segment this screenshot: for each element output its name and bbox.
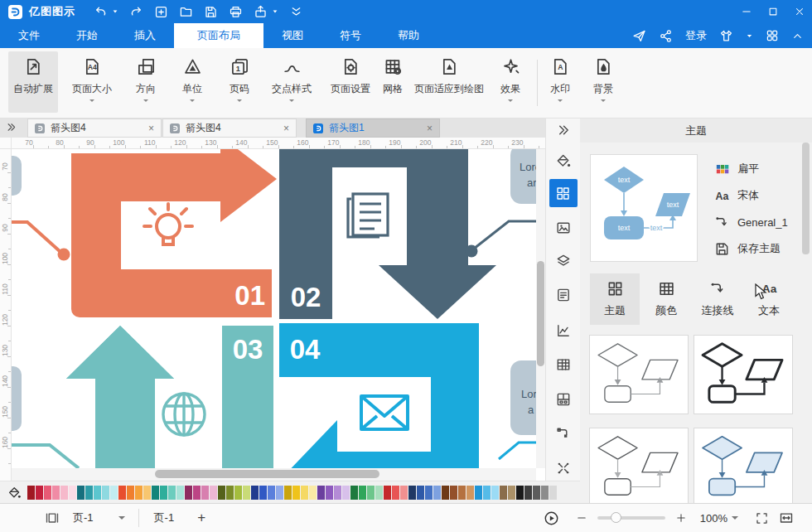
color-swatch[interactable] [36,486,43,500]
color-swatch[interactable] [475,486,482,500]
step3-shape[interactable]: 03 [66,326,273,468]
color-swatch[interactable] [152,486,159,500]
color-swatch[interactable] [516,486,524,500]
hscroll-thumb[interactable] [155,470,379,478]
close-tab-icon[interactable]: × [148,123,154,134]
undo-caret-icon[interactable] [112,8,118,15]
panel-tab-连接线[interactable]: 连接线 [693,273,742,325]
tshirt-icon[interactable] [719,29,733,43]
canvas-vertical-scrollbar[interactable] [536,149,545,468]
color-swatch[interactable] [94,486,101,500]
close-tab-icon[interactable]: × [427,123,433,134]
panel-tab-文本[interactable]: Aa文本 [744,273,794,325]
callout-line-orange[interactable] [12,222,70,261]
theme-option-connector-theme[interactable]: General_1 [714,213,788,231]
color-swatch[interactable] [508,486,515,500]
save-icon[interactable] [204,5,218,19]
document-tab-3[interactable]: 箭头图1× [306,118,440,138]
layers-icon[interactable] [555,254,571,269]
ribbon-button-fit-page-to-drawing[interactable]: 页面适应到绘图 [408,51,491,113]
color-swatch[interactable] [326,486,333,500]
login-button[interactable]: 登录 [685,28,707,43]
color-swatch[interactable] [384,486,391,500]
note-box-right-bottom[interactable]: Lor a [510,360,536,435]
theme-thumbnail-2[interactable] [694,335,793,414]
color-swatch[interactable] [350,486,358,500]
share-icon[interactable] [659,29,673,43]
color-swatch[interactable] [342,486,350,500]
menu-item-1[interactable]: 文件 [0,23,58,48]
color-swatch[interactable] [193,486,201,500]
color-swatch[interactable] [118,486,126,500]
ribbon-button-effects[interactable]: 效果 [494,51,527,113]
ribbon-button-background[interactable]: 背景 [587,51,620,113]
ribbon-button-page-setup[interactable]: 页面设置 [324,51,377,113]
theme-icon[interactable] [549,179,578,207]
color-swatch[interactable] [160,486,167,500]
ribbon-button-junction-style[interactable]: 交点样式 [265,51,318,113]
ribbon-button-orientation[interactable]: 方向 [128,51,164,113]
menu-item-3[interactable]: 插入 [116,23,174,48]
color-swatch[interactable] [259,486,267,500]
color-swatch[interactable] [442,486,449,500]
new-icon[interactable] [154,5,168,19]
panel-scrollbar-thumb[interactable] [802,143,810,254]
theme-preview-card[interactable]: text text text text [590,154,698,262]
app-grid-icon[interactable] [766,29,779,42]
color-swatch[interactable] [110,486,118,500]
color-swatch[interactable] [309,486,317,500]
theme-thumbnail-3[interactable] [589,428,689,503]
page-selector[interactable]: 页-1 [73,510,94,525]
color-swatch[interactable] [549,486,557,500]
color-swatch[interactable] [102,486,109,500]
play-icon[interactable] [544,510,559,526]
color-swatch[interactable] [284,486,292,500]
color-swatch[interactable] [201,486,209,500]
theme-option-flat-colors[interactable]: 扁平 [714,160,759,178]
color-swatch[interactable] [292,486,300,500]
zoom-caret-icon[interactable] [732,516,738,523]
theme-option-font-aa[interactable]: Aa宋体 [714,186,759,205]
color-swatch[interactable] [334,486,341,500]
color-swatch[interactable] [392,486,399,500]
color-swatch[interactable] [85,486,93,500]
color-swatch[interactable] [541,486,549,500]
undo-icon[interactable] [94,5,108,19]
ribbon-button-auto-expand[interactable]: 自动扩展 [8,51,58,113]
fullscreen-icon[interactable] [755,511,769,525]
menu-item-7[interactable]: 帮助 [379,23,437,48]
ribbon-button-unit[interactable]: 单位 [174,51,210,113]
color-swatch[interactable] [375,486,383,500]
color-swatch[interactable] [450,486,457,500]
ribbon-button-grid[interactable]: 网格 [378,51,408,113]
drawing-canvas[interactable]: 01 02 [12,149,536,468]
fill-color-icon[interactable] [7,486,22,500]
color-swatch[interactable] [276,486,283,500]
callout-line-teal[interactable] [12,445,79,468]
color-swatch[interactable] [458,486,466,500]
add-page-button[interactable]: + [197,510,205,526]
format-fill-icon[interactable] [555,153,571,169]
color-swatch[interactable] [491,486,499,500]
color-swatch[interactable] [168,486,176,500]
color-swatch[interactable] [185,486,192,500]
callout-line-slate[interactable] [466,221,537,258]
color-swatch[interactable] [218,486,225,500]
chevrons-right-icon[interactable] [5,121,17,133]
color-swatch[interactable] [359,486,366,500]
export-caret-icon[interactable] [272,8,278,15]
color-swatch[interactable] [268,486,275,500]
color-swatch[interactable] [226,486,234,500]
step4-shape[interactable]: 04 [279,323,479,468]
color-swatch[interactable] [210,486,217,500]
color-swatch[interactable] [400,486,408,500]
maximize-icon[interactable] [767,6,779,17]
menu-item-2[interactable]: 开始 [58,23,116,48]
color-swatch[interactable] [127,486,134,500]
zoom-slider[interactable] [597,516,665,520]
color-swatch[interactable] [251,486,259,500]
tshirt-caret-icon[interactable] [746,32,753,40]
color-swatch[interactable] [60,486,68,500]
color-swatch[interactable] [408,486,416,500]
table-icon[interactable] [555,357,571,373]
